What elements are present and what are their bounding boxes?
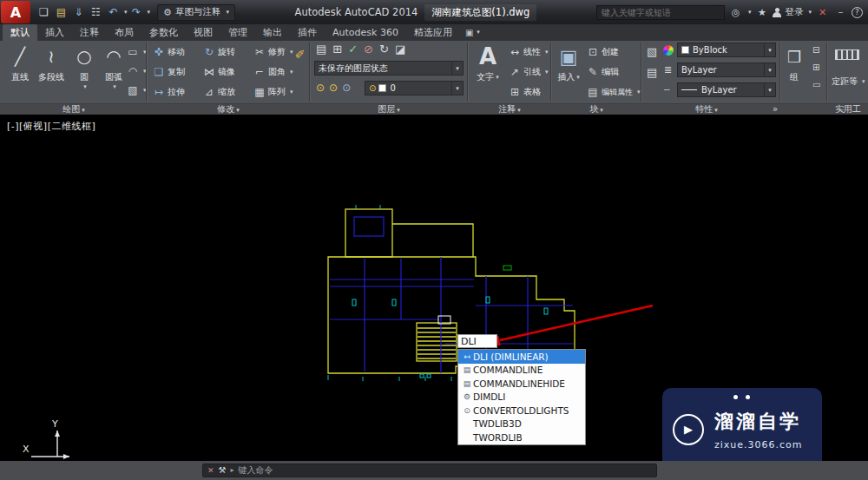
help-icon[interactable]: ?: [852, 7, 863, 18]
layer-on-bulb-icon[interactable]: ⊙: [316, 82, 325, 93]
table-tool[interactable]: ⊞表格: [509, 84, 541, 100]
undo-icon[interactable]: ↶: [105, 4, 122, 21]
edit-block-tool[interactable]: ✎编辑: [587, 64, 619, 80]
group-edit-icon[interactable]: ⊞: [812, 63, 819, 72]
current-layer-combobox[interactable]: ⊙ 0 ▾: [365, 81, 464, 95]
current-layer-caret-icon[interactable]: ▾: [451, 82, 463, 95]
autocomplete-item[interactable]: TWDLIB3D: [458, 418, 585, 431]
leader-tool[interactable]: ↗引线▾: [509, 64, 549, 80]
tab-view[interactable]: 视图: [186, 24, 220, 41]
workspace-switcher[interactable]: ⚙ 草图与注释 ▾: [157, 4, 235, 21]
properties-list-icon[interactable]: ▤: [647, 67, 657, 78]
stretch-tool[interactable]: ↦拉伸: [153, 84, 185, 100]
tab-plugins[interactable]: 插件: [290, 24, 325, 41]
sign-in-label[interactable]: 登录: [785, 6, 803, 18]
layer-lock-icon[interactable]: ⊙: [342, 82, 351, 93]
linetype-value: ByLayer: [701, 85, 737, 95]
arc-tool[interactable]: ◠ 圆弧 ▾: [99, 43, 128, 90]
gear-icon: ⚙: [461, 392, 473, 401]
layer-off-icon[interactable]: ⊘: [364, 43, 373, 55]
insert-block-tool[interactable]: ▣ 插入▾: [554, 43, 583, 83]
layer-grid-icon[interactable]: ⊞: [332, 43, 342, 55]
tab-annotate[interactable]: 注释: [72, 24, 107, 41]
draw-extra-2[interactable]: ◠ ▾: [127, 63, 147, 79]
tab-parametric[interactable]: 参数化: [141, 24, 186, 41]
minimize-icon[interactable]: －: [833, 6, 848, 19]
object-color-caret-icon[interactable]: ▾: [764, 43, 775, 56]
open-file-icon[interactable]: ▤: [53, 4, 69, 21]
array-tool[interactable]: ▦阵列▾: [253, 84, 293, 100]
layer-check-icon[interactable]: ✓: [348, 43, 358, 55]
signin-caret-icon[interactable]: ▾: [808, 9, 812, 16]
undo-caret-icon[interactable]: ▾: [124, 9, 128, 16]
autocomplete-item[interactable]: ⚙DIMDLI: [458, 391, 585, 404]
circle-tool[interactable]: ○ 圆 ▾: [69, 43, 99, 90]
search-input[interactable]: [596, 5, 725, 20]
redo-caret-icon[interactable]: ▾: [148, 9, 151, 16]
lineweight-caret-icon[interactable]: ▾: [764, 63, 775, 76]
object-color-swatch: [681, 46, 689, 54]
layer-new-icon[interactable]: ◪: [395, 43, 405, 55]
fillet-tool[interactable]: ⌐圆角▾: [253, 64, 293, 80]
autocad-logo-icon[interactable]: A: [1, 1, 30, 23]
ribbon-minimize-caret-icon[interactable]: ▾: [477, 29, 480, 36]
favorites-star-icon[interactable]: ★: [754, 7, 769, 18]
autocomplete-item[interactable]: ↤DLI (DIMLINEAR): [458, 350, 585, 364]
ungroup-icon[interactable]: ⊟: [812, 46, 819, 55]
group-bbox-icon[interactable]: ▭: [812, 81, 820, 89]
search-caret-icon[interactable]: ▾: [748, 9, 752, 16]
tab-layout[interactable]: 布局: [107, 24, 141, 41]
autocomplete-item[interactable]: ▤COMMANDLINE: [458, 364, 585, 378]
user-person-icon[interactable]: [773, 8, 781, 17]
match-properties-icon[interactable]: ✎: [294, 49, 306, 59]
autocomplete-item[interactable]: ⊙CONVERTOLDLIGHTS: [458, 404, 585, 418]
close-command-icon[interactable]: ✕: [207, 467, 214, 475]
new-file-icon[interactable]: ❏: [36, 4, 52, 21]
tab-featured-apps[interactable]: 精选应用: [406, 24, 460, 41]
edit-attributes-tool[interactable]: ▤编辑属性▾: [587, 84, 641, 100]
mirror-tool[interactable]: ⋈镜像: [203, 64, 235, 80]
layer-properties-icon[interactable]: ▤: [316, 43, 326, 55]
ribbon-options-icon[interactable]: ▣: [465, 29, 473, 37]
layer-state-combobox[interactable]: 未保存的图层状态 ▾: [314, 61, 464, 76]
match-props-icon[interactable]: ▧: [647, 46, 657, 57]
measure-ruler-icon[interactable]: [835, 49, 859, 60]
group-tool[interactable]: ❒ 组: [781, 43, 807, 83]
polyline-tool[interactable]: ≀ 多段线: [36, 43, 66, 83]
tab-output[interactable]: 输出: [255, 24, 290, 41]
customize-wrench-icon[interactable]: ⚒: [219, 466, 227, 475]
exchange-close-icon[interactable]: ✕: [815, 7, 830, 18]
text-tool[interactable]: A 文字▾: [472, 43, 503, 83]
layer-freeze-bulb-icon[interactable]: ⊙: [329, 82, 338, 93]
layer-refresh-icon[interactable]: ↻: [379, 43, 389, 55]
create-block-tool[interactable]: ⊡创建: [587, 44, 619, 60]
rotate-tool[interactable]: ↻旋转: [203, 44, 235, 60]
copy-tool[interactable]: ❏复制: [153, 64, 185, 80]
scale-tool[interactable]: ⊿缩放: [203, 84, 235, 100]
autocomplete-item[interactable]: TWORDLIB: [458, 431, 585, 444]
trim-tool[interactable]: ✂修剪▾: [253, 44, 293, 60]
tab-manage[interactable]: 管理: [220, 24, 255, 41]
draw-extra-1[interactable]: ▭ ▾: [127, 44, 147, 60]
line-tool[interactable]: ╱ 直线: [5, 43, 35, 83]
command-input[interactable]: [457, 334, 497, 348]
measure-tool[interactable]: 定距等 ▾: [832, 74, 865, 89]
draw-extra-3[interactable]: ▧ ▾: [127, 82, 147, 98]
save-icon[interactable]: ⇓: [70, 4, 87, 21]
linetype-caret-icon[interactable]: ▾: [764, 83, 775, 96]
command-line-field[interactable]: ✕ ⚒ ▸ 键入命令: [202, 464, 657, 477]
redo-icon[interactable]: ↷: [128, 4, 145, 21]
autocomplete-item[interactable]: ▤COMMANDLINEHIDE: [458, 377, 585, 391]
tab-insert[interactable]: 插入: [37, 24, 72, 41]
tab-autodesk360[interactable]: Autodesk 360: [325, 24, 406, 41]
layer-state-caret-icon[interactable]: ▾: [451, 62, 463, 75]
move-tool[interactable]: ✜移动: [153, 44, 185, 60]
linear-dimension-tool[interactable]: ↔线性▾: [509, 44, 549, 60]
search-binoculars-icon[interactable]: ◎: [728, 7, 743, 18]
tab-home[interactable]: 默认: [3, 24, 37, 41]
object-color-combobox[interactable]: ByBlock ▾: [677, 43, 776, 57]
linetype-combobox[interactable]: ByLayer ▾: [677, 82, 776, 97]
scale-icon: ⊿: [203, 86, 215, 98]
lineweight-combobox[interactable]: ByLayer ▾: [677, 62, 776, 77]
print-icon[interactable]: ☷: [88, 4, 104, 21]
